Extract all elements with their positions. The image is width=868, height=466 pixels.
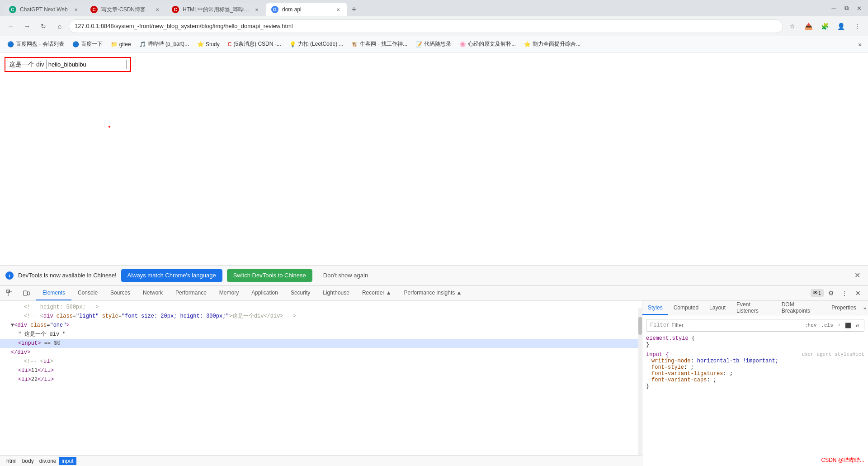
address-bar: ← → ↻ ⌂ 127.0.0.1:8848/system_-front/new… <box>0 16 868 36</box>
devtools-settings-button[interactable]: ⚙ <box>825 287 837 300</box>
inspect-element-button[interactable] <box>4 287 16 300</box>
devtools-tabs: Elements Console Sources Network Perform… <box>36 286 807 300</box>
styles-filter-input[interactable] <box>671 322 802 328</box>
bookmark-label-baidu-search: 百度一下 <box>81 40 103 48</box>
devtools-tab-memory[interactable]: Memory <box>213 286 245 300</box>
devtools-tab-sources[interactable]: Sources <box>104 286 137 300</box>
tab-close-html-tags[interactable]: ✕ <box>253 6 260 13</box>
device-toggle-button[interactable] <box>20 287 33 300</box>
refresh-button[interactable]: ↻ <box>36 19 51 33</box>
pseudo-filter-button[interactable]: :hov <box>803 322 818 329</box>
devtools-tab-security[interactable]: Security <box>284 286 316 300</box>
breadcrumb-div-one[interactable]: div.one <box>37 457 59 465</box>
window-minimize-button[interactable]: ─ <box>828 3 839 14</box>
bookmark-gitee[interactable]: 📁 gitee <box>107 38 135 51</box>
bookmark-nengli[interactable]: ⭐ 能力全面提升综合... <box>520 38 584 51</box>
bookmark-bibi[interactable]: 🎵 哔哔哔 (p_bart)... <box>136 38 193 51</box>
devtools-tab-elements[interactable]: Elements <box>36 286 71 300</box>
window-close-button[interactable]: ✕ <box>854 3 864 14</box>
styles-tab-event-listeners[interactable]: Event Listeners <box>731 301 776 315</box>
css-selector-input: input { <box>646 352 669 358</box>
code-line-comment2: <!-- <div class="light" style="font-size… <box>0 312 642 321</box>
devtools-panel: Elements Console Sources Network Perform… <box>0 285 868 466</box>
always-match-language-button[interactable]: Always match Chrome's language <box>121 269 222 282</box>
breadcrumb-input[interactable]: input <box>59 457 76 465</box>
styles-tabs: Styles Computed Layout Event Listeners D… <box>642 301 868 315</box>
window-controls: ─ ⧉ ✕ <box>828 3 864 14</box>
forward-button[interactable]: → <box>20 19 34 33</box>
tab-favicon-chatgpt: C <box>9 6 16 13</box>
tab-close-dom-api[interactable]: ✕ <box>335 6 342 13</box>
profile-button[interactable]: 👤 <box>834 19 848 33</box>
bookmark-favicon-leetcode: 💡 <box>289 41 296 48</box>
styles-tab-styles[interactable]: Styles <box>642 301 668 315</box>
bookmark-xinjing[interactable]: 🌸 心经的原文及解释... <box>456 38 519 51</box>
tab-csdn-write[interactable]: C 写文章-CSDN博客 ✕ <box>85 3 166 16</box>
breadcrumb-body[interactable]: body <box>19 457 37 465</box>
bookmark-leetcode[interactable]: 💡 力扣 (LeetCode) ... <box>286 38 347 51</box>
elements-scrollbar[interactable] <box>638 308 642 455</box>
filter-actions: :hov .cls + ⬛ ↺ <box>803 322 860 329</box>
styles-tab-dom-breakpoints[interactable]: DOM Breakpoints <box>776 301 826 315</box>
devtools-tab-network[interactable]: Network <box>137 286 169 300</box>
bookmark-favicon-baidu-search: 🔵 <box>72 41 79 48</box>
new-tab-button[interactable]: + <box>347 3 361 16</box>
bookmark-label-csdn: (5条消息) CSDN -... <box>233 40 281 48</box>
bookmark-daimaxianglu[interactable]: 📝 代码随想录 <box>412 38 455 51</box>
switch-to-chinese-button[interactable]: Switch DevTools to Chinese <box>227 269 312 282</box>
bookmark-nowcoder[interactable]: 🐮 牛客网 - 找工作神... <box>348 38 411 51</box>
home-button[interactable]: ⌂ <box>52 19 67 33</box>
demo-input[interactable]: hello_bibubibu <box>46 60 127 69</box>
bookmark-button[interactable]: ☆ <box>785 19 799 33</box>
styles-tab-layout[interactable]: Layout <box>704 301 731 315</box>
toggle-properties-button[interactable]: ⬛ <box>844 322 853 329</box>
refresh-styles-button[interactable]: ↺ <box>854 322 860 329</box>
tab-dom-api[interactable]: G dom api ✕ <box>266 3 347 16</box>
dont-show-again-button[interactable]: Don't show again <box>317 269 374 282</box>
bookmarks-more-button[interactable]: » <box>855 41 864 48</box>
screen-cast-button[interactable]: 📤 <box>801 19 816 33</box>
css-rule-element-style: element.style { } <box>646 335 864 348</box>
notifications-count: 1 <box>818 290 821 296</box>
devtools-tab-recorder[interactable]: Recorder ▲ <box>356 286 398 300</box>
add-rule-button[interactable]: + <box>836 322 842 329</box>
elements-scrollbar-thumb[interactable] <box>638 317 642 335</box>
bookmark-study[interactable]: ⭐ Study <box>193 38 223 51</box>
tab-html-tags[interactable]: C HTML中的常用标签_哔哔哔: ✕ <box>166 3 266 16</box>
css-source-label: user agent stylesheet <box>802 352 864 358</box>
code-line-li2: <li>22</li> <box>0 375 642 384</box>
devtools-tab-performance-insights[interactable]: Performance insights ▲ <box>398 286 468 300</box>
tab-close-chatgpt[interactable]: ✕ <box>72 6 80 13</box>
bookmark-label-gitee: gitee <box>119 41 131 48</box>
bookmark-favicon-xinjing: 🌸 <box>459 41 466 48</box>
bookmark-favicon-csdn: C <box>228 41 232 48</box>
bookmark-baidu-search[interactable]: 🔵 百度一下 <box>69 38 106 51</box>
devtools-tab-performance[interactable]: Performance <box>169 286 213 300</box>
bookmark-csdn[interactable]: C (5条消息) CSDN -... <box>224 38 285 51</box>
styles-tab-computed[interactable]: Computed <box>668 301 704 315</box>
notifications-button[interactable]: ✉ 1 <box>811 289 824 297</box>
breadcrumb-html[interactable]: html <box>4 457 19 465</box>
settings-button[interactable]: ⋮ <box>850 19 864 33</box>
tab-close-csdn-write[interactable]: ✕ <box>154 6 161 13</box>
notification-close-button[interactable]: ✕ <box>852 270 863 281</box>
css-prop-font-variant-ligatures: font-variant-ligatures: ; <box>646 371 864 377</box>
devtools-more-button[interactable]: ⋮ <box>838 287 851 300</box>
styles-tab-properties[interactable]: Properties <box>826 301 862 315</box>
extensions-button[interactable]: 🧩 <box>817 19 832 33</box>
back-button[interactable]: ← <box>4 19 18 33</box>
code-line-input[interactable]: <input> == $0 <box>0 339 642 348</box>
devtools-tab-lighthouse[interactable]: Lighthouse <box>316 286 356 300</box>
cls-filter-button[interactable]: .cls <box>820 322 834 329</box>
css-selector-element-style: element.style { <box>646 335 864 342</box>
window-restore-button[interactable]: ⧉ <box>841 3 852 14</box>
styles-more-button[interactable]: » <box>862 301 868 315</box>
elements-panel: <!-- height: 500px; --> <!-- <div class=… <box>0 301 642 455</box>
devtools-tab-application[interactable]: Application <box>245 286 284 300</box>
address-input[interactable]: 127.0.0.1:8848/system_-front/new_blog_sy… <box>69 19 783 33</box>
devtools-close-button[interactable]: ✕ <box>852 287 864 300</box>
title-bar: C ChatGPT Next Web ✕ C 写文章-CSDN博客 ✕ C HT… <box>0 0 868 16</box>
devtools-tab-console[interactable]: Console <box>71 286 104 300</box>
tab-chatgpt[interactable]: C ChatGPT Next Web ✕ <box>4 3 85 16</box>
bookmark-baidu-pan[interactable]: 🔵 百度网盘 - 会话列表 <box>4 38 68 51</box>
